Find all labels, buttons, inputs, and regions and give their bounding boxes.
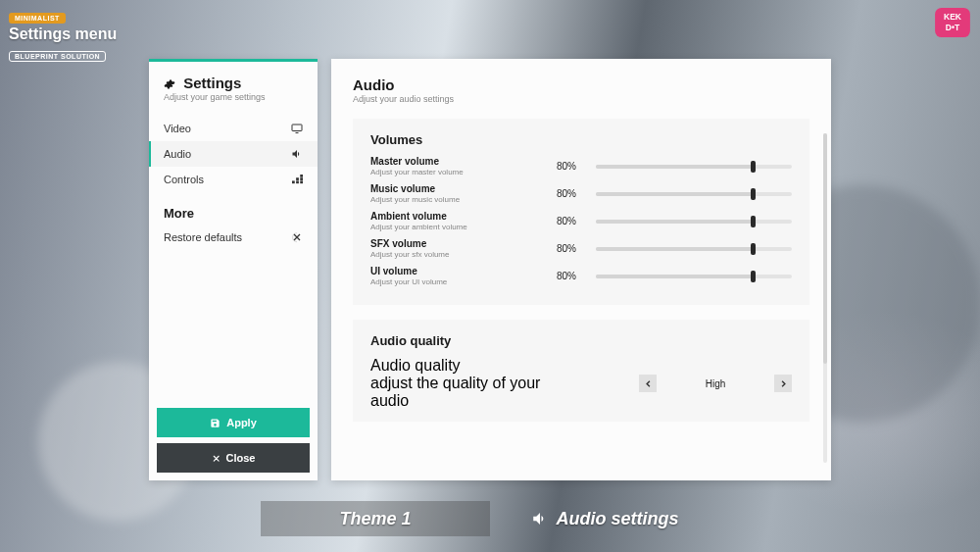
volume-value: 80% xyxy=(557,161,592,172)
volumes-heading: Volumes xyxy=(370,132,792,147)
volume-slider[interactable] xyxy=(596,192,792,196)
slider-thumb[interactable] xyxy=(751,271,756,282)
slider-thumb[interactable] xyxy=(751,161,756,173)
svg-rect-6 xyxy=(296,180,299,183)
monitor-icon xyxy=(291,123,303,134)
svg-rect-3 xyxy=(292,125,302,131)
slider-thumb[interactable] xyxy=(751,243,756,255)
close-button[interactable]: Close xyxy=(157,443,310,473)
more-section-label: More xyxy=(149,192,318,225)
volume-row: Ambient volumeAdjust your ambient volume… xyxy=(370,211,792,231)
product-title: Settings menu xyxy=(9,25,117,43)
volume-slider[interactable] xyxy=(596,165,792,169)
volume-value: 80% xyxy=(557,243,592,254)
sidebar-title-text: Settings xyxy=(183,75,241,91)
caption-page: Audio settings xyxy=(490,501,719,536)
slider-thumb[interactable] xyxy=(751,188,756,200)
sidebar-item-restore-defaults[interactable]: Restore defaults xyxy=(149,225,318,250)
grid-icon xyxy=(291,174,303,185)
quality-value: High xyxy=(657,378,774,389)
volume-name: SFX volume xyxy=(370,238,557,249)
svg-rect-5 xyxy=(296,177,299,180)
audio-quality-heading: Audio quality xyxy=(370,333,792,348)
volume-row: Music volumeAdjust your music volume80% xyxy=(370,183,792,204)
content-scrollbar[interactable] xyxy=(823,133,827,463)
svg-text:D•T: D•T xyxy=(946,23,960,32)
sidebar-item-label: Video xyxy=(164,123,191,134)
close-icon xyxy=(212,454,220,463)
volume-row: UI volumeAdjust your UI volume80% xyxy=(370,266,792,286)
sidebar-subtitle: Adjust your game settings xyxy=(164,92,303,102)
volume-slider[interactable] xyxy=(596,247,792,251)
volume-value: 80% xyxy=(557,271,592,281)
caption-theme: Theme 1 xyxy=(261,501,490,536)
speaker-icon xyxy=(531,510,549,527)
content-subtitle: Adjust your audio settings xyxy=(353,94,809,104)
settings-content: Audio Adjust your audio settings Volumes… xyxy=(331,59,831,480)
volume-slider[interactable] xyxy=(596,220,792,224)
close-label: Close xyxy=(226,452,256,464)
kekdot-logo: KEKD•T xyxy=(934,7,971,38)
quality-desc: adjust the quality of your audio xyxy=(370,375,557,410)
slider-thumb[interactable] xyxy=(751,216,756,227)
audio-quality-panel: Audio quality Audio quality adjust the q… xyxy=(353,320,809,422)
svg-text:KEK: KEK xyxy=(944,12,962,22)
sidebar-item-video[interactable]: Video xyxy=(149,116,318,141)
volumes-panel: Volumes Master volumeAdjust your master … xyxy=(353,119,809,305)
volume-name: Ambient volume xyxy=(370,211,557,222)
sidebar-title: Settings xyxy=(164,75,303,91)
settings-sidebar: Settings Adjust your game settings Video… xyxy=(149,59,318,480)
volume-desc: Adjust your master volume xyxy=(370,168,557,176)
blueprint-chip: BLUEPRINT SOLUTION xyxy=(9,51,106,62)
volume-desc: Adjust your UI volume xyxy=(370,277,557,286)
speaker-icon xyxy=(291,148,303,160)
sidebar-item-label: Controls xyxy=(164,174,204,185)
reset-icon xyxy=(291,231,303,243)
svg-rect-9 xyxy=(300,180,303,183)
quality-stepper[interactable]: High xyxy=(557,375,792,392)
volume-slider[interactable] xyxy=(596,275,792,278)
sidebar-item-audio[interactable]: Audio xyxy=(149,141,318,167)
scrollbar-thumb[interactable] xyxy=(823,133,827,364)
volume-value: 80% xyxy=(557,188,592,199)
volume-desc: Adjust your music volume xyxy=(370,195,557,204)
volume-row: SFX volumeAdjust your sfx volume80% xyxy=(370,238,792,259)
footer-caption: Theme 1 Audio settings xyxy=(261,501,719,536)
apply-button[interactable]: Apply xyxy=(157,408,310,437)
content-title: Audio xyxy=(353,76,809,93)
header-badges: MINIMALIST Settings menu BLUEPRINT SOLUT… xyxy=(9,7,117,63)
minimalist-chip: MINIMALIST xyxy=(9,13,66,24)
sidebar-item-controls[interactable]: Controls xyxy=(149,167,318,192)
volume-name: Master volume xyxy=(370,156,557,167)
apply-label: Apply xyxy=(226,417,257,428)
save-icon xyxy=(210,418,220,428)
quality-prev-button[interactable] xyxy=(639,375,657,392)
gear-icon xyxy=(164,78,175,90)
svg-rect-7 xyxy=(300,175,303,177)
volume-desc: Adjust your ambient volume xyxy=(370,223,557,231)
volume-value: 80% xyxy=(557,216,592,226)
sidebar-item-label: Restore defaults xyxy=(164,231,242,243)
volume-name: UI volume xyxy=(370,266,557,276)
sidebar-item-label: Audio xyxy=(164,148,191,160)
volume-desc: Adjust your sfx volume xyxy=(370,250,557,259)
volume-row: Master volumeAdjust your master volume80… xyxy=(370,156,792,176)
quality-next-button[interactable] xyxy=(774,375,792,392)
svg-rect-8 xyxy=(300,177,303,180)
volume-name: Music volume xyxy=(370,183,557,194)
svg-rect-4 xyxy=(292,180,295,183)
quality-name: Audio quality xyxy=(370,357,557,375)
